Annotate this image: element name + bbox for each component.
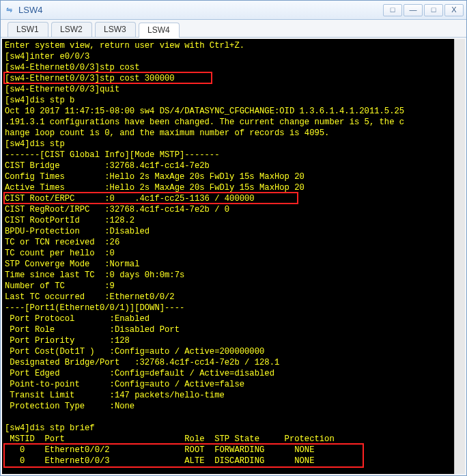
maximize-button[interactable]: □ [424,4,443,16]
scrollbar[interactable] [454,39,465,474]
tab-lsw4[interactable]: LSW4 [139,23,180,38]
app-window: ⇋ LSW4 □ — □ X LSW1LSW2LSW3LSW4 Enter sy… [0,0,467,476]
highlight-box-0 [3,72,212,84]
highlight-box-1 [3,192,298,204]
close-button[interactable]: X [444,4,464,16]
detach-button[interactable]: □ [383,4,402,16]
tab-lsw2[interactable]: LSW2 [51,22,92,37]
terminal-area: Enter system view, return user view with… [1,38,466,475]
highlight-box-2 [3,443,364,468]
app-icon: ⇋ [3,5,14,16]
window-controls: □ — □ X [383,4,464,16]
tab-lsw1[interactable]: LSW1 [8,22,48,37]
tab-lsw3[interactable]: LSW3 [95,22,136,37]
window-title: LSW4 [18,5,383,15]
titlebar: ⇋ LSW4 □ — □ X [1,1,466,20]
tab-bar: LSW1LSW2LSW3LSW4 [1,20,466,38]
terminal-output[interactable]: Enter system view, return user view with… [2,39,454,474]
minimize-button[interactable]: — [404,4,423,16]
